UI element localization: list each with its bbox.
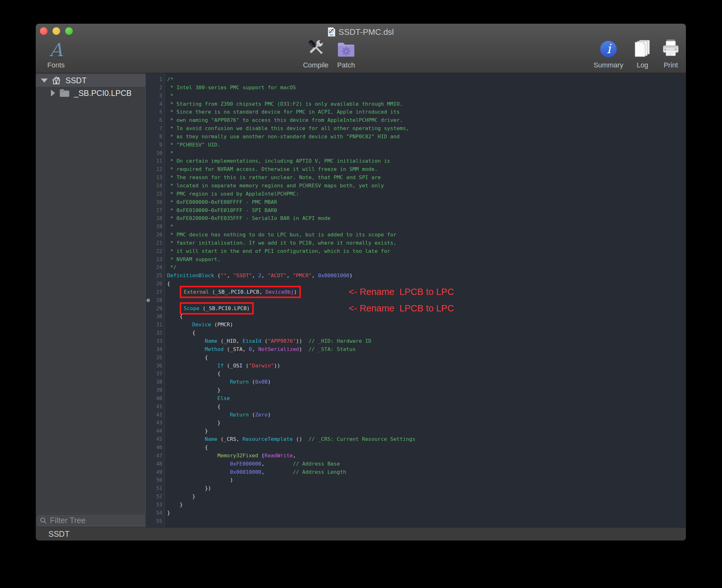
- code-line-23: * NVRAM support.: [167, 255, 686, 264]
- code-line-15: * PMC region is used by AppleIntelPCHPMC…: [167, 190, 686, 198]
- fonts-button[interactable]: A Fonts: [40, 39, 72, 69]
- line-number-gutter: 1234567891011121314151617181920212223242…: [146, 73, 165, 528]
- print-label: Print: [663, 62, 678, 69]
- log-icon: [633, 39, 652, 59]
- code-line-33: Name (_HID, EisaId ("APP9876")) // _HID:…: [167, 337, 686, 345]
- log-label: Log: [637, 62, 648, 69]
- code-line-21: * faster initialisation. If we add it to…: [167, 239, 686, 247]
- line-number: 2: [146, 84, 165, 92]
- line-number: 23: [146, 255, 165, 264]
- line-number: 9: [146, 141, 165, 149]
- status-text: SSDT: [48, 529, 70, 538]
- line-number: 42: [146, 411, 165, 419]
- rename-annotation: <- Rename LPCB to LPC: [349, 303, 454, 314]
- code-line-37: {: [167, 370, 686, 378]
- code-line-43: }: [167, 419, 686, 427]
- line-number: 43: [146, 419, 165, 427]
- code-line-30: {: [167, 312, 686, 320]
- line-number: 31: [146, 320, 165, 329]
- search-icon: [40, 517, 47, 524]
- line-number: 15: [146, 190, 165, 198]
- code-line-46: {: [167, 443, 686, 451]
- code-line-8: * as they normally use another non-stand…: [167, 132, 686, 141]
- line-number: 34: [146, 345, 165, 354]
- line-number: 13: [146, 173, 165, 182]
- code-line-32: {: [167, 329, 686, 337]
- line-number: 14: [146, 182, 165, 190]
- print-icon: [661, 39, 680, 59]
- print-button[interactable]: Print: [657, 39, 684, 69]
- line-number: 40: [146, 394, 165, 402]
- patch-button[interactable]: Patch: [332, 39, 361, 69]
- code-line-51: }): [167, 484, 686, 492]
- line-number: 18: [146, 214, 165, 223]
- line-number: 26: [146, 280, 165, 288]
- patch-icon: [336, 40, 356, 59]
- code-line-11: * On certain implementations, including …: [167, 157, 686, 165]
- line-number: 6: [146, 116, 165, 124]
- line-number: 50: [146, 476, 165, 484]
- summary-label: Summary: [594, 62, 623, 69]
- folder-icon: [60, 89, 70, 97]
- main-content: SSDT_SB.PCI0.LPCB 1234567891011121314151…: [36, 73, 686, 528]
- summary-button[interactable]: i Summary: [590, 39, 628, 69]
- code-line-22: * it will start in the end of PCI config…: [167, 247, 686, 255]
- window-title: DSL SSDT-PMC.dsl: [36, 26, 686, 38]
- code-line-48: 0xFE000000, // Address Base: [167, 460, 686, 468]
- toolbar-center-group: Compile: [300, 39, 361, 69]
- page-title: SSDT-PMC.dsl: [339, 27, 394, 37]
- sidebar: SSDT_SB.PCI0.LPCB: [36, 73, 146, 528]
- line-number: 46: [146, 443, 165, 451]
- code-line-14: * located in separate memory regions and…: [167, 182, 686, 190]
- line-number: 10: [146, 149, 165, 157]
- code-line-55: [167, 517, 686, 525]
- code-line-2: * Intel 300-series PMC support for macOS: [167, 84, 686, 92]
- code-line-42: Return (Zero): [167, 411, 686, 419]
- filter-box[interactable]: [37, 515, 155, 526]
- status-bar: SSDT: [36, 528, 686, 541]
- disclosure-closed-icon[interactable]: [51, 89, 55, 97]
- code-line-19: *: [167, 223, 686, 231]
- line-number: 38: [146, 378, 165, 386]
- disclosure-open-icon[interactable]: [41, 79, 48, 83]
- line-number: 25: [146, 272, 165, 280]
- code-line-49: 0x00010000, // Address Length: [167, 468, 686, 476]
- line-number: 37: [146, 370, 165, 378]
- window-header: DSL SSDT-PMC.dsl A Fonts: [36, 24, 686, 73]
- line-number: 47: [146, 451, 165, 460]
- tree-item-label: SSDT: [65, 76, 87, 85]
- compile-button[interactable]: Compile: [300, 39, 332, 69]
- code-area[interactable]: /* * Intel 300-series PMC support for ma…: [165, 73, 686, 528]
- line-number: 7: [146, 124, 165, 132]
- tree-item--sb-pci0-lpcb[interactable]: _SB.PCI0.LPCB: [36, 87, 145, 99]
- code-line-10: *: [167, 149, 686, 157]
- summary-icon: i: [599, 40, 617, 59]
- line-number: 3: [146, 92, 165, 100]
- log-button[interactable]: Log: [628, 39, 657, 69]
- line-number: 54: [146, 509, 165, 517]
- code-line-20: * PMC device has nothing to do to LPC bu…: [167, 231, 686, 239]
- line-number: 33: [146, 337, 165, 345]
- line-number: 1: [146, 75, 165, 84]
- line-number: 11: [146, 157, 165, 165]
- line-number: 28: [146, 296, 165, 304]
- compile-icon: [306, 38, 326, 59]
- line-number: 16: [146, 198, 165, 206]
- tree-item-ssdt[interactable]: SSDT: [36, 74, 145, 87]
- code-line-53: }: [167, 501, 686, 509]
- code-line-35: {: [167, 354, 686, 362]
- line-number: 30: [146, 312, 165, 320]
- line-number: 4: [146, 100, 165, 108]
- code-line-34: Method (_STA, 0, NotSerialized) // _STA:…: [167, 345, 686, 354]
- line-number: 48: [146, 460, 165, 468]
- code-editor[interactable]: 1234567891011121314151617181920212223242…: [146, 73, 686, 528]
- line-number: 35: [146, 354, 165, 362]
- fonts-icon: A: [49, 41, 63, 59]
- fonts-label: Fonts: [47, 62, 65, 69]
- code-line-27: External (_SB_.PCI0.LPCB, DeviceObj)<- R…: [167, 288, 686, 296]
- code-line-50: ): [167, 476, 686, 484]
- code-line-38: Return (0x0B): [167, 378, 686, 386]
- filter-tree-input[interactable]: [49, 516, 152, 525]
- code-line-7: * To avoid confusion we disable this dev…: [167, 124, 686, 132]
- line-number: 44: [146, 427, 165, 435]
